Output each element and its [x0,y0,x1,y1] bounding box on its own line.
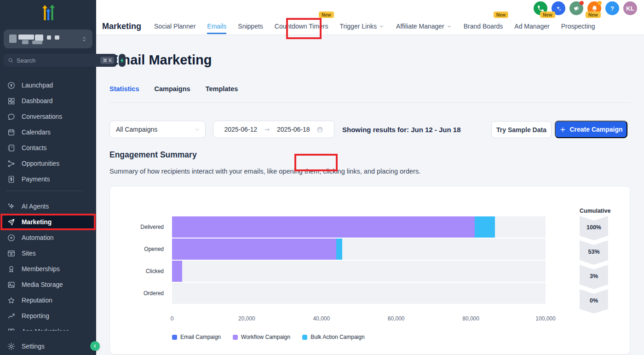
cumulative-value-opened: 53% [580,240,608,265]
sidebar-item-ai-agents[interactable]: AI Agents [0,198,96,214]
legend-swatch [233,335,238,340]
ai-agents-icon [7,202,16,211]
chart-legend: Email CampaignWorkflow CampaignBulk Acti… [172,334,365,340]
nav-item-affiliate-manager[interactable]: Affiliate Manager [396,18,452,34]
sidebar-menu-top: LaunchpadDashboardConversationsCalendars… [0,77,96,187]
date-end[interactable]: 2025-06-18 [277,126,310,133]
create-campaign-label: Create Campaign [569,126,622,133]
filters-row: All Campaigns 2025-06-12 2025-06-18 Show… [96,121,644,138]
legend-item-workflow-campaign[interactable]: Workflow Campaign [233,334,290,340]
sidebar-item-settings[interactable]: Settings [0,338,96,355]
bar-segment-workflow-campaign-delivered[interactable] [172,216,475,238]
marketing-icon [7,218,16,227]
nav-item-trigger-links[interactable]: Trigger Links [340,18,385,34]
quick-actions-button[interactable] [119,54,126,67]
sidebar-item-conversations[interactable]: Conversations [0,109,96,124]
sidebar-item-reporting[interactable]: Reporting [0,308,96,324]
create-campaign-button[interactable]: Create Campaign [555,121,627,138]
sidebar-divider [6,191,83,191]
bar-segment-bulk-action-campaign-delivered[interactable] [475,216,495,238]
bolt-icon [119,57,126,64]
sidebar-item-automation[interactable]: Automation [0,230,96,245]
reporting-icon [7,312,16,320]
nav-item-emails[interactable]: Emails [207,18,226,34]
campaign-select-value: All Campaigns [116,126,157,133]
nav-item-prospecting[interactable]: ProspectingNew [561,18,595,34]
nav-item-countdown-timers[interactable]: Countdown TimersNew [275,18,328,34]
date-range-picker[interactable]: 2025-06-12 2025-06-18 [213,121,334,138]
sidebar-item-label: Opportunities [22,160,59,167]
bar-segment-workflow-campaign-clicked[interactable] [172,261,182,282]
sidebar-item-dashboard[interactable]: Dashboard [0,93,96,109]
calendar-icon [316,126,323,133]
nav-item-label: Social Planner [154,23,196,30]
campaign-select[interactable]: All Campaigns [109,121,206,138]
user-avatar[interactable]: KL [623,1,637,15]
sidebar-item-label: Reporting [22,313,49,320]
bar-segment-bulk-action-campaign-opened[interactable] [336,239,342,260]
sidebar-item-label: Reputation [22,297,52,304]
tab-statistics[interactable]: Statistics [109,85,139,99]
new-badge: New [586,12,601,18]
sidebar-item-contacts[interactable]: Contacts [0,140,96,156]
marketing-nav: Marketing Social PlannerEmailsSnippetsCo… [102,18,607,34]
account-switcher[interactable] [4,29,92,48]
sidebar-item-calendars[interactable]: Calendars [0,124,96,140]
ai-sparkle-icon [555,5,563,12]
tab-templates[interactable]: Templates [206,85,238,99]
chevron-down-icon [379,23,385,29]
nav-item-label: Trigger Links [340,23,377,30]
sidebar-item-memberships[interactable]: Memberships [0,261,96,277]
legend-swatch [172,335,177,340]
x-axis-tick: 100,000 [535,315,555,322]
conversations-icon [7,112,16,121]
search-shortcut: ⌘ K [100,57,114,64]
section-title: Engagement Summary [109,150,197,160]
try-sample-data-button[interactable]: Try Sample Data [491,121,552,138]
sidebar-item-label: App Marketplace [22,328,69,331]
nav-item-brand-boards[interactable]: Brand BoardsNew [464,18,503,34]
sidebar-search[interactable]: ⌘ K [4,54,117,67]
bar-track-ordered [172,283,546,304]
sidebar-item-sites[interactable]: Sites [0,245,96,261]
nav-item-label: Snippets [238,23,263,30]
sidebar-item-payments[interactable]: Payments [0,171,96,187]
sidebar-item-app-marketplace[interactable]: App Marketplace [0,324,96,331]
nav-item-label: Ad Manager [514,23,549,30]
help-icon[interactable]: ? [605,1,619,15]
x-axis-tick: 40,000 [313,315,330,322]
sidebar-item-marketing[interactable]: Marketing [0,214,96,230]
legend-item-email-campaign[interactable]: Email Campaign [172,334,221,340]
bar-label-delivered: Delivered [110,216,168,238]
nav-item-snippets[interactable]: Snippets [238,18,263,34]
tab-campaigns[interactable]: Campaigns [154,85,190,99]
sidebar-item-media-storage[interactable]: Media Storage [0,277,96,292]
date-start[interactable]: 2025-06-12 [224,126,257,133]
automation-icon [7,233,16,242]
user-avatar-glyph: KL [626,5,634,12]
sidebar-item-reputation[interactable]: Reputation [0,292,96,308]
search-input[interactable] [17,57,98,64]
legend-item-bulk-action-campaign[interactable]: Bulk Action Campaign [302,334,364,340]
sidebar-item-launchpad[interactable]: Launchpad [0,77,96,93]
tabs-divider [109,102,630,103]
sidebar-item-label: Automation [22,234,54,241]
sidebar-item-opportunities[interactable]: Opportunities [0,156,96,171]
megaphone-icon[interactable] [569,1,583,15]
x-axis-tick: 0 [171,315,174,322]
calendars-icon [7,128,16,137]
legend-label: Workflow Campaign [241,334,290,340]
nav-item-social-planner[interactable]: Social Planner [154,18,196,34]
chevron-updown-icon [80,34,88,44]
nav-item-ad-manager[interactable]: Ad ManagerNew [514,18,549,34]
sidebar-menu-bottom: AI AgentsMarketingAutomationSitesMembers… [0,198,96,331]
sidebar-item-label: Calendars [22,129,51,136]
legend-label: Email Campaign [180,334,221,340]
sidebar-collapse-button[interactable] [90,341,100,351]
bar-segment-workflow-campaign-opened[interactable] [172,239,336,260]
sidebar-item-label: Contacts [22,145,46,151]
chevron-down-icon [446,23,452,29]
nav-item-label: Countdown Timers [275,23,328,30]
sidebar-item-label: Dashboard [22,98,53,105]
sidebar-item-label: Settings [22,343,45,350]
